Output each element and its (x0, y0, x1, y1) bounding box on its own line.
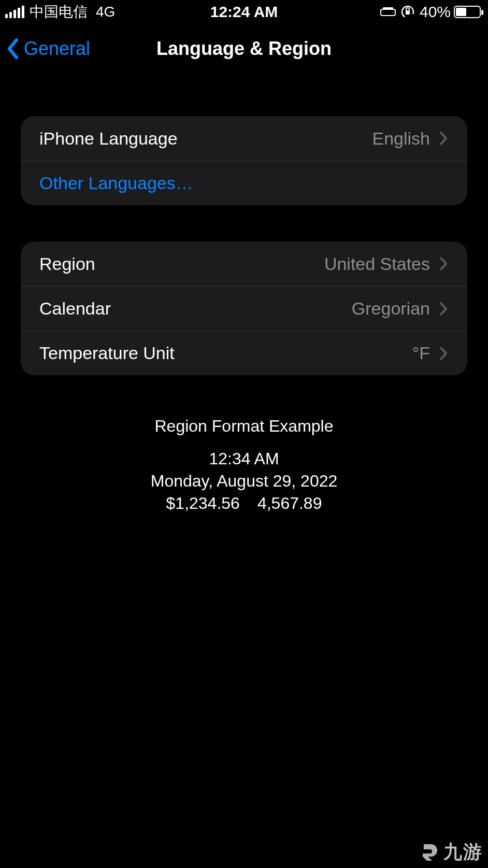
region-group: Region United States Calendar Gregorian … (21, 241, 467, 375)
temperature-row[interactable]: Temperature Unit °F (21, 331, 467, 375)
iphone-language-value: English (372, 129, 430, 149)
page-title: Language & Region (156, 38, 332, 60)
network-label: 4G (96, 4, 115, 20)
other-languages-row[interactable]: Other Languages… (21, 161, 467, 205)
chevron-right-icon (439, 346, 449, 361)
chevron-right-icon (439, 301, 449, 317)
other-languages-label: Other Languages… (39, 173, 193, 193)
region-row[interactable]: Region United States (21, 241, 467, 286)
status-time: 12:24 AM (210, 3, 278, 21)
temperature-unit-label: Temperature Unit (39, 343, 175, 363)
region-format-example: Region Format Example 12:34 AM Monday, A… (21, 417, 467, 513)
format-example-title: Region Format Example (21, 417, 467, 436)
battery-percent: 40% (420, 3, 451, 21)
nav-bar: General Language & Region (0, 28, 488, 69)
carrier-label: 中国电信 (30, 2, 88, 22)
format-example-currency: $1,234.56 (166, 494, 240, 513)
iphone-language-label: iPhone Language (39, 129, 178, 149)
watermark: 九游 (420, 839, 483, 865)
calendar-value: Gregorian (352, 298, 430, 319)
svg-rect-3 (406, 10, 410, 15)
svg-rect-1 (383, 7, 393, 9)
status-bar: 中国电信 4G 12:24 AM 40% (0, 0, 488, 24)
format-example-numbers: $1,234.564,567.89 (21, 494, 467, 513)
iphone-language-row[interactable]: iPhone Language English (21, 116, 467, 161)
format-example-time: 12:34 AM (21, 449, 467, 468)
svg-rect-0 (381, 9, 395, 16)
format-example-date: Monday, August 29, 2022 (21, 472, 467, 491)
sleep-focus-icon (380, 6, 396, 18)
back-button[interactable]: General (6, 38, 90, 60)
orientation-lock-icon (401, 5, 414, 19)
battery-icon (454, 6, 481, 18)
chevron-left-icon (6, 38, 21, 60)
calendar-row[interactable]: Calendar Gregorian (21, 286, 467, 331)
language-group: iPhone Language English Other Languages… (21, 116, 467, 205)
watermark-logo-icon (420, 842, 440, 863)
region-label: Region (39, 254, 95, 274)
chevron-right-icon (439, 131, 449, 146)
format-example-number: 4,567.89 (257, 494, 322, 513)
region-value: United States (324, 254, 430, 274)
temperature-unit-value: °F (412, 343, 430, 363)
content: iPhone Language English Other Languages…… (0, 69, 488, 513)
chevron-right-icon (439, 256, 449, 272)
watermark-text: 九游 (443, 839, 483, 865)
calendar-label: Calendar (39, 298, 111, 319)
signal-bars-icon (5, 6, 24, 18)
back-label: General (24, 38, 90, 60)
